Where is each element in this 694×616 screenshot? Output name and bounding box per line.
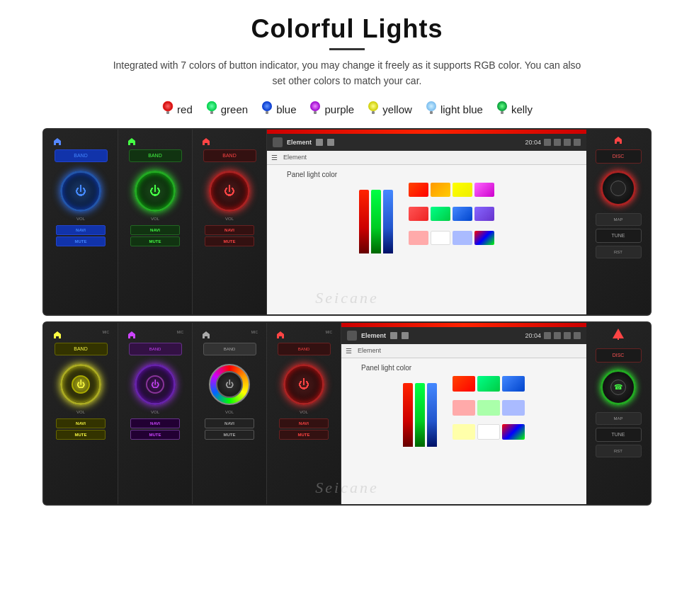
- right-panel-2: DISC ☎ MAP TUNE RST: [586, 323, 650, 504]
- knob-red-2[interactable]: ⏻: [283, 364, 324, 405]
- screen-nav-bar-1: ☰ Element: [267, 151, 586, 165]
- knob-yellow[interactable]: ⏻: [60, 364, 101, 405]
- bar-blue: [383, 190, 393, 253]
- knob-purple[interactable]: ⏻: [135, 364, 176, 405]
- navi-btn-2-4[interactable]: NAVI: [279, 418, 329, 428]
- svg-point-9: [310, 101, 320, 111]
- mic-label-2-4: MIC: [326, 330, 332, 340]
- power-icon-red-2: ⏻: [298, 378, 309, 391]
- knob-green[interactable]: ⏻: [135, 171, 176, 212]
- disc-btn-1[interactable]: DISC: [596, 149, 642, 164]
- knob-blue[interactable]: ⏻: [60, 171, 101, 212]
- panel-2-green: BAND ⏻ VOL NAVI MUTE: [118, 130, 193, 314]
- topbar-left-1: Element: [273, 137, 334, 147]
- cell2-r2-c3: [502, 400, 525, 416]
- mute-btn-2[interactable]: MUTE: [130, 236, 180, 246]
- band-btn-2-1[interactable]: BAND: [55, 343, 108, 355]
- right-home-btn-1[interactable]: [613, 135, 623, 145]
- band-btn-1[interactable]: BAND: [55, 149, 108, 162]
- menu-icon-1[interactable]: ☰: [271, 154, 278, 161]
- mute-btn-2-3[interactable]: MUTE: [205, 430, 254, 440]
- vol-label-3: VOL: [225, 217, 234, 221]
- disc-btn-2[interactable]: DISC: [596, 348, 642, 363]
- cell-r3-c1: [409, 231, 428, 245]
- rst-btn-2[interactable]: RST: [596, 445, 642, 457]
- screen-home-icon[interactable]: [273, 137, 283, 147]
- panel-group-2: MIC BAND ⏻ VOL NAVI MUTE: [44, 323, 341, 504]
- screen-icon-2-1: [390, 332, 397, 339]
- color-label-light-blue: light blue: [440, 103, 483, 115]
- rst-btn-1[interactable]: RST: [596, 246, 642, 258]
- panel-2-3-multi: MIC BAND ⏻ VOL NAVI MUTE: [193, 323, 267, 504]
- panel-2-1-yellow: MIC BAND ⏻ VOL NAVI MUTE: [44, 323, 118, 504]
- right-knob-2[interactable]: ☎: [601, 370, 636, 405]
- topbar-right-2: 20:04: [525, 332, 581, 339]
- svg-point-7: [262, 101, 272, 111]
- knob-red[interactable]: ⏻: [209, 171, 250, 212]
- navi-btn-1[interactable]: NAVI: [56, 225, 106, 235]
- color-bars-2: [403, 376, 437, 447]
- navi-btn-2-3[interactable]: NAVI: [205, 418, 254, 428]
- home-btn-2-2[interactable]: [127, 330, 137, 340]
- bulb-purple-icon: [309, 101, 322, 118]
- color-item-light-blue: light blue: [425, 101, 483, 118]
- cell-r1-c1: [409, 183, 428, 197]
- band-btn-2-4[interactable]: BAND: [278, 343, 331, 355]
- screen-home-icon-2[interactable]: [347, 331, 357, 341]
- svg-point-15: [497, 101, 507, 111]
- bar2-red: [403, 383, 413, 447]
- home-btn-2-3[interactable]: [201, 330, 211, 340]
- right-alert-btn[interactable]: [613, 329, 624, 344]
- home-btn-2-1[interactable]: [52, 330, 62, 340]
- mute-btn-2-2[interactable]: MUTE: [130, 430, 180, 440]
- color-label-yellow: yellow: [382, 103, 412, 115]
- mute-btn-2-4[interactable]: MUTE: [279, 430, 329, 440]
- home-btn-2[interactable]: [127, 137, 137, 147]
- tune-btn-1[interactable]: TUNE: [596, 229, 642, 243]
- cell-r2-c3: [453, 207, 472, 221]
- map-btn-1[interactable]: MAP: [596, 213, 642, 226]
- band-btn-2-3[interactable]: BAND: [203, 343, 256, 355]
- vol-label-2-3: VOL: [225, 410, 234, 414]
- radio-unit-1: BAND ⏻ VOL NAVI MUTE BAND: [42, 128, 652, 316]
- vol-label-2-1: VOL: [76, 410, 85, 414]
- panel-light-label-1: Panel light color: [287, 171, 337, 178]
- cell-r1-c3: [453, 183, 472, 197]
- color-label-purple: purple: [324, 103, 354, 115]
- home-btn-2-4[interactable]: [275, 330, 285, 340]
- page-title: Colorful Lights: [28, 14, 666, 44]
- home-btn-1[interactable]: [52, 137, 62, 147]
- svg-rect-2: [166, 111, 169, 114]
- navi-btn-3[interactable]: NAVI: [205, 225, 254, 235]
- screen-icon-3: [544, 139, 551, 146]
- bulb-blue-icon: [261, 101, 273, 118]
- screen-app-title-2: Element: [361, 332, 386, 339]
- cell-r2-c1: [409, 207, 428, 221]
- band-btn-2-2[interactable]: BAND: [129, 343, 182, 355]
- screen-icon-2-5: [564, 332, 571, 339]
- cell-r3-c2: [431, 231, 450, 245]
- knob-multi[interactable]: ⏻: [209, 364, 250, 405]
- subtitle: Integrated with 7 colors of button indic…: [106, 57, 588, 89]
- menu-icon-2[interactable]: ☰: [346, 347, 352, 355]
- bar2-blue: [427, 383, 437, 447]
- navi-btn-2[interactable]: NAVI: [130, 225, 180, 235]
- screen-icon-2-3: [544, 332, 551, 339]
- navi-btn-2-1[interactable]: NAVI: [56, 418, 106, 428]
- panel-2-4-red: MIC BAND ⏻ VOL NAVI MUTE: [267, 323, 341, 504]
- tune-btn-2[interactable]: TUNE: [596, 428, 642, 442]
- color-item-purple: purple: [309, 101, 354, 118]
- navi-btn-2-2[interactable]: NAVI: [130, 418, 180, 428]
- mute-btn-1[interactable]: MUTE: [56, 236, 106, 246]
- mute-btn-3[interactable]: MUTE: [205, 236, 254, 246]
- map-btn-2[interactable]: MAP: [596, 412, 642, 425]
- home-btn-3[interactable]: [201, 137, 211, 147]
- band-btn-2[interactable]: BAND: [129, 149, 182, 162]
- bar-red: [359, 190, 369, 253]
- screen-app-title-1: Element: [287, 139, 312, 146]
- svg-rect-8: [266, 111, 268, 114]
- screen-icon-1: [316, 139, 323, 146]
- band-btn-3[interactable]: BAND: [203, 149, 256, 162]
- mute-btn-2-1[interactable]: MUTE: [56, 430, 106, 440]
- right-knob-1[interactable]: [601, 171, 636, 206]
